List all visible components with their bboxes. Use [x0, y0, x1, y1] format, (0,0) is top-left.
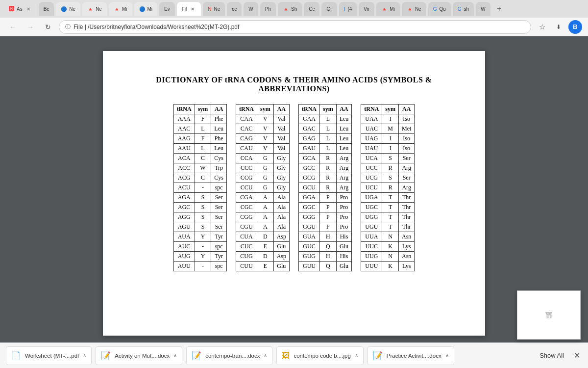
table-row: AUGYTyr	[173, 252, 226, 262]
table-row: AGASSer	[173, 193, 226, 203]
bookmark-button[interactable]: ☆	[535, 20, 549, 34]
table-cell: spc	[211, 262, 227, 271]
tab-fil-close[interactable]: ✕	[189, 5, 196, 12]
table-cell: Phe	[211, 114, 227, 124]
table-cell: UCU	[361, 183, 382, 193]
tab-sh2[interactable]: Gsh	[453, 2, 474, 16]
table-cell: A	[257, 212, 274, 222]
tab-b-icon[interactable]: 🅱 As ✕	[4, 2, 37, 16]
table-cell: UAG	[361, 134, 382, 144]
download-item-3[interactable]: 📝 contempo-tran....docx ∧	[186, 346, 272, 365]
table-cell: UCA	[361, 154, 382, 163]
tab-ne3[interactable]: NNe	[203, 2, 225, 16]
table-row: GGUPPro	[299, 222, 352, 232]
tab-vir[interactable]: Vir	[359, 2, 374, 16]
download-item-5[interactable]: 📝 Practice Activit....docx ∧	[368, 346, 454, 365]
close-downloads-button[interactable]: ✕	[572, 349, 582, 362]
download-filename-2: Activity on Mut....docx	[115, 353, 170, 359]
table-cell: R	[320, 183, 337, 193]
table-cell: Pro	[336, 222, 352, 232]
tab-ne2[interactable]: 🔺Ne	[82, 2, 107, 16]
table-cell: -	[195, 262, 211, 271]
table-cell: GUG	[299, 252, 320, 262]
download-item-2[interactable]: 📝 Activity on Mut....docx ∧	[96, 346, 182, 365]
tab-close-icon[interactable]: ✕	[25, 5, 32, 12]
profile-avatar[interactable]: B	[568, 20, 582, 34]
table-cell: CUU	[236, 262, 257, 271]
table-row: CUCEGlu	[236, 242, 290, 252]
table-cell: CCG	[236, 173, 257, 183]
forward-button[interactable]: →	[24, 20, 37, 34]
table-cell: CUG	[236, 252, 257, 262]
table-cell: Glu	[336, 262, 352, 271]
table-row: GGGPPro	[299, 212, 352, 222]
tab-gr[interactable]: Gr	[321, 2, 337, 16]
download-filename-4: contempo code b....jpg	[294, 353, 350, 359]
tab-bc[interactable]: Bc	[39, 2, 54, 16]
table-cell: Val	[273, 134, 289, 144]
tab-ne4[interactable]: 🔺Ne	[402, 2, 426, 16]
col-trna-3: tRNA	[299, 105, 320, 114]
table-cell: V	[257, 124, 274, 134]
chevron-icon-5[interactable]: ∧	[445, 353, 449, 358]
tab-f4[interactable]: f(4	[339, 2, 357, 16]
table-cell: D	[257, 252, 274, 262]
table-cell: GAG	[299, 134, 320, 144]
tab-cc[interactable]: cc	[227, 2, 242, 16]
chevron-icon-4[interactable]: ∧	[355, 353, 358, 358]
table-cell: Arg	[336, 183, 352, 193]
tab-ev[interactable]: Ev	[159, 2, 175, 16]
table-cell: Glu	[273, 262, 289, 271]
table-cell: Thr	[399, 222, 415, 232]
tab-w1[interactable]: W	[244, 2, 258, 16]
table-cell: C	[195, 173, 211, 183]
table-cell: GUC	[299, 242, 320, 252]
table-cell: Lys	[399, 262, 415, 271]
table-cell: Arg	[336, 173, 352, 183]
table-row: AGCSSer	[173, 203, 226, 212]
show-all-button[interactable]: Show All	[536, 350, 568, 361]
new-tab-button[interactable]: +	[492, 2, 506, 16]
table-cell: Lys	[399, 242, 415, 252]
table-cell: UAU	[361, 144, 382, 154]
table-cell: Asn	[399, 252, 415, 262]
chevron-icon-2[interactable]: ∧	[173, 353, 177, 358]
table-cell: Val	[273, 114, 289, 124]
table-cell: Leu	[211, 124, 227, 134]
tab-qu[interactable]: GQu	[428, 2, 451, 16]
tab-ne1[interactable]: 🔵Ne	[56, 2, 80, 16]
word-file-icon-5: 📝	[373, 351, 383, 360]
table-cell: V	[257, 114, 274, 124]
tab-sh[interactable]: 🔺Sh	[278, 2, 302, 16]
table-cell: T	[382, 203, 399, 212]
refresh-button[interactable]: ↻	[41, 20, 55, 34]
tab-w2[interactable]: W	[476, 2, 490, 16]
chevron-icon-3[interactable]: ∧	[264, 353, 267, 358]
table-cell: UUG	[361, 252, 382, 262]
tab-mi3[interactable]: 🔺Mi	[376, 2, 400, 16]
chevron-icon-1[interactable]: ∧	[83, 353, 86, 358]
table-cell: UCG	[361, 173, 382, 183]
download-item-4[interactable]: 🖼 contempo code b....jpg ∧	[276, 346, 363, 365]
table-cell: CGA	[236, 193, 257, 203]
back-button[interactable]: ←	[6, 20, 20, 34]
address-bar[interactable]: ⓘ File | /Users/britneyflora/Downloads/W…	[59, 20, 531, 34]
tab-ph[interactable]: Ph	[260, 2, 276, 16]
table-row: CCUGGly	[236, 183, 290, 193]
tab-fil[interactable]: Fil ✕	[177, 2, 201, 16]
table-row: GUAHHis	[299, 232, 352, 242]
tab-cc2[interactable]: Cc	[304, 2, 319, 16]
profile-menu-button[interactable]: ⬇	[552, 20, 565, 34]
table-cell: UUA	[361, 232, 382, 242]
table-cell: S	[195, 193, 211, 203]
download-item-1[interactable]: 📄 Worksheet (MT-....pdf ∧	[6, 346, 92, 365]
url-text: File | /Users/britneyflora/Downloads/Wor…	[74, 24, 525, 30]
table-cell: spc	[211, 242, 227, 252]
col-aa-4: AA	[399, 105, 415, 114]
table-cell: CAU	[236, 144, 257, 154]
tab-mi1[interactable]: 🔺Mi	[109, 2, 132, 16]
table-cell: Asp	[273, 252, 289, 262]
table-cell: Q	[320, 242, 337, 252]
tab-mi2[interactable]: 🔵Mi	[134, 2, 158, 16]
table-cell: Thr	[399, 203, 415, 212]
